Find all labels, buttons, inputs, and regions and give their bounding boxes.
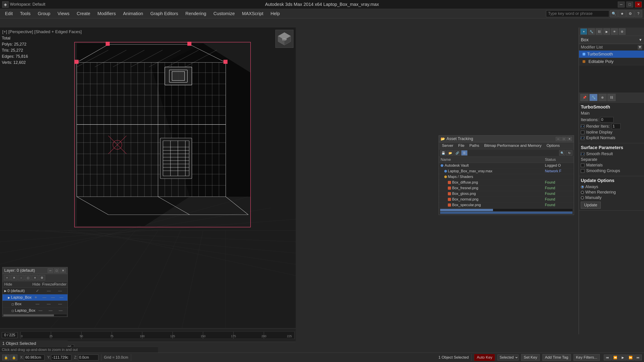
explicit-row[interactable]: ✓ Explicit Normals	[581, 136, 642, 140]
pin-icon[interactable]: 📌	[580, 94, 588, 101]
asset-row-maps[interactable]: Maps / Shaders	[439, 174, 574, 180]
asset-menu-paths[interactable]: Paths	[467, 143, 481, 149]
asset-row-specular[interactable]: Box_specular.png Found	[439, 202, 574, 208]
expand-arrow[interactable]: ▼	[638, 38, 642, 42]
materials-row[interactable]: Materials	[581, 163, 642, 168]
menu-group[interactable]: Group	[34, 10, 54, 17]
isoline-checkbox[interactable]	[581, 131, 584, 134]
motion-icon[interactable]: ▶	[603, 28, 610, 35]
rp-btn5[interactable]: ⏭	[634, 355, 642, 361]
render-iters-input[interactable]	[612, 124, 620, 129]
menu-customize[interactable]: Customize	[210, 10, 238, 17]
set-key-button[interactable]: Set Key	[521, 354, 540, 361]
close-button[interactable]: ✕	[635, 1, 642, 7]
key-filters-button[interactable]: Key Filters...	[574, 354, 600, 361]
rp-btn2[interactable]: ⏪	[612, 355, 619, 361]
materials-checkbox[interactable]	[581, 164, 584, 167]
smooth-result-checkbox[interactable]: ✓	[581, 152, 584, 156]
search-input[interactable]	[546, 10, 609, 17]
rp-btn1[interactable]: ⏮	[604, 355, 611, 361]
smooth-result-row[interactable]: ✓ Smooth Result	[581, 152, 642, 156]
bookmark-button[interactable]: ★	[618, 10, 626, 17]
layers-minimize[interactable]: ─	[48, 268, 53, 273]
settings-button[interactable]: ⚙	[626, 10, 634, 17]
layers-scrollbar-thumb[interactable]	[4, 315, 54, 316]
menu-edit[interactable]: Edit	[2, 10, 16, 17]
timeline-track[interactable]: 0 25 50 75 100 125 150 175 200 225	[20, 332, 295, 339]
layers-maximize[interactable]: □	[54, 268, 59, 273]
asset-row-fresnel[interactable]: Box_fresnel.png Found	[439, 185, 574, 191]
render-iters-checkbox[interactable]: ✓	[581, 124, 584, 128]
menu-views[interactable]: Views	[54, 10, 73, 17]
menu-maxscript[interactable]: MAXScript	[239, 10, 266, 17]
nav-cube[interactable]: TOP	[276, 30, 294, 48]
isoline-row[interactable]: Isoline Display	[581, 130, 642, 135]
smoothing-checkbox[interactable]	[581, 169, 584, 173]
always-radio-row[interactable]: Always	[581, 184, 642, 189]
rp-btn3[interactable]: ▶	[619, 355, 626, 361]
menu-rendering[interactable]: Rendering	[182, 10, 209, 17]
layers-close[interactable]: ✕	[60, 268, 66, 273]
modify-icon[interactable]: 🔧	[588, 28, 595, 35]
utility-icon[interactable]: ⚙	[619, 28, 626, 35]
asset-btn1[interactable]: 💾	[440, 150, 446, 156]
asset-menu-server[interactable]: Server	[440, 143, 456, 149]
help-icon-button[interactable]: ?	[634, 10, 642, 17]
explicit-checkbox[interactable]: ✓	[581, 136, 584, 140]
manually-radio[interactable]	[581, 196, 584, 199]
modifier-list-arrow[interactable]: ▼	[638, 45, 642, 50]
layers-settings-btn[interactable]: ⚙	[39, 275, 45, 280]
asset-close[interactable]: ✕	[567, 137, 572, 141]
asset-restore[interactable]: □	[562, 137, 566, 141]
asset-row-normal[interactable]: Box_normal.png Found	[439, 197, 574, 202]
asset-row-maxfile[interactable]: Laptop_Box_max_vray.max Network F	[439, 168, 574, 174]
asset-minimize[interactable]: ─	[556, 137, 561, 141]
render-iters-row[interactable]: ✓ Render Iters:	[581, 124, 642, 129]
asset-refresh-btn[interactable]: ↻	[566, 150, 572, 156]
x-value[interactable]: 60.983cm	[24, 355, 44, 361]
z-value[interactable]: 0.0cm	[78, 355, 98, 361]
create-icon[interactable]: ✦	[580, 28, 587, 35]
layer-row-laptopbox[interactable]: ▶ Laptop_Box 👁 — — —	[2, 294, 68, 301]
smoothing-row[interactable]: Smoothing Groups	[581, 168, 642, 173]
hierarchy-icon[interactable]: ⛓	[596, 28, 602, 35]
menu-animation[interactable]: Animation	[120, 10, 146, 17]
modifier-editable-poly[interactable]: Editable Poly	[579, 58, 644, 65]
rp-btn4[interactable]: ⏩	[627, 355, 634, 361]
manually-radio-row[interactable]: Manually	[581, 195, 642, 200]
update-button[interactable]: Update	[581, 202, 601, 209]
layers-filter-btn[interactable]: ≡	[32, 275, 38, 280]
layer-row-box[interactable]: ◻ Box — — —	[2, 301, 68, 308]
minimize-button[interactable]: ─	[618, 1, 624, 7]
when-rendering-radio-row[interactable]: When Rendering	[581, 190, 642, 195]
current-frame[interactable]: 0 / 225	[2, 332, 18, 338]
menu-tools[interactable]: Tools	[17, 10, 34, 17]
add-time-tag-button[interactable]: Add Time Tag	[542, 354, 571, 361]
auto-key-button[interactable]: Auto Key	[474, 354, 495, 361]
asset-row-diffuse[interactable]: Box_diffuse.png Found	[439, 180, 574, 185]
y-value[interactable]: -111.729c	[51, 355, 71, 361]
menu-graph-editors[interactable]: Graph Editors	[147, 10, 181, 17]
asset-btn3[interactable]: 🔗	[454, 150, 460, 156]
display-icon[interactable]: 👁	[611, 28, 618, 35]
asset-row-vault[interactable]: Autodesk Vault Logged O	[439, 163, 574, 168]
asset-btn4[interactable]: ☰	[461, 150, 468, 156]
layer-row-default[interactable]: ▶ 0 (default) ✓ — —	[2, 288, 68, 294]
wrench-icon[interactable]: 🔧	[589, 94, 598, 101]
layers-add-sel-btn[interactable]: →	[18, 275, 24, 280]
maximize-button[interactable]: □	[626, 1, 633, 7]
menu-modifiers[interactable]: Modifiers	[94, 10, 119, 17]
asset-menu-bitmap[interactable]: Bitmap Performance and Memory	[482, 143, 544, 149]
magnet-icon[interactable]: ⊕	[598, 94, 606, 101]
layers-delete-btn[interactable]: ✕	[11, 275, 17, 280]
when-rendering-radio[interactable]	[581, 191, 584, 194]
search-button[interactable]: 🔍	[610, 10, 618, 17]
menu-create[interactable]: Create	[74, 10, 94, 17]
selected-dropdown[interactable]: Selected	[498, 355, 518, 361]
asset-btn2[interactable]: 📂	[447, 150, 454, 156]
status-icon1[interactable]: 🔒	[2, 355, 10, 361]
layers-new-btn[interactable]: +	[4, 275, 10, 280]
iterations-input[interactable]	[600, 117, 614, 122]
asset-menu-file[interactable]: File	[456, 143, 466, 149]
status-icon2[interactable]: 🔒	[10, 355, 18, 361]
